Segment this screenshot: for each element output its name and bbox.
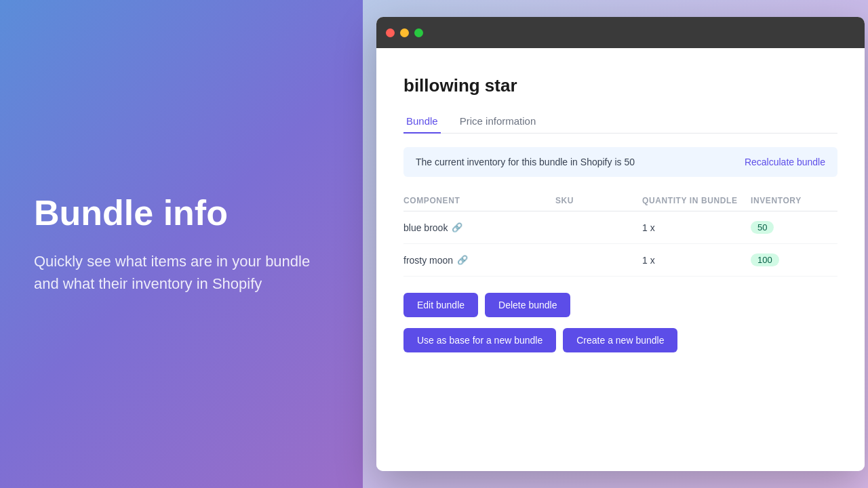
quantity-2: 1 x	[642, 255, 655, 266]
col-header-sku: SKU	[555, 190, 642, 211]
edit-bundle-button[interactable]: Edit bundle	[403, 293, 478, 317]
link-icon-2[interactable]: 🔗	[457, 255, 468, 265]
secondary-buttons-row: Use as base for a new bundle Create a ne…	[403, 328, 837, 352]
browser-window: billowing star Bundle Price information …	[376, 17, 865, 471]
col-header-quantity: QUANTITY IN BUNDLE	[642, 190, 751, 211]
left-panel: Bundle info Quickly see what items are i…	[0, 0, 363, 488]
component-name-1: blue brook 🔗	[403, 222, 555, 233]
page-title: billowing star	[403, 75, 837, 96]
traffic-light-yellow[interactable]	[400, 28, 409, 37]
tab-bundle[interactable]: Bundle	[403, 110, 441, 134]
tab-price-information[interactable]: Price information	[457, 110, 539, 134]
use-as-base-button[interactable]: Use as base for a new bundle	[403, 328, 556, 352]
link-icon-1[interactable]: 🔗	[452, 222, 462, 232]
right-panel: billowing star Bundle Price information …	[363, 0, 868, 488]
bundle-table: COMPONENT SKU QUANTITY IN BUNDLE INVENTO…	[403, 190, 837, 277]
table-row: frosty moon 🔗 1 x 100	[403, 244, 837, 277]
col-header-inventory: INVENTORY	[751, 190, 837, 211]
traffic-light-red[interactable]	[386, 28, 395, 37]
table-row: blue brook 🔗 1 x 50	[403, 211, 837, 244]
quantity-1: 1 x	[642, 222, 655, 233]
delete-bundle-button[interactable]: Delete bundle	[485, 293, 570, 317]
browser-titlebar	[376, 17, 865, 48]
tabs-container: Bundle Price information	[403, 110, 837, 134]
inventory-badge-1: 50	[751, 221, 774, 234]
banner-text: The current inventory for this bundle in…	[416, 157, 635, 167]
left-description: Quickly see what items are in your bundl…	[34, 250, 329, 295]
col-header-component: COMPONENT	[403, 190, 555, 211]
left-title: Bundle info	[34, 193, 329, 234]
sku-1	[555, 211, 642, 244]
browser-content: billowing star Bundle Price information …	[376, 48, 865, 471]
traffic-light-green[interactable]	[414, 28, 423, 37]
sku-2	[555, 244, 642, 277]
component-name-2: frosty moon 🔗	[403, 255, 555, 266]
create-new-bundle-button[interactable]: Create a new bundle	[563, 328, 677, 352]
action-buttons-row: Edit bundle Delete bundle	[403, 293, 837, 317]
recalculate-link[interactable]: Recalculate bundle	[745, 157, 825, 167]
info-banner: The current inventory for this bundle in…	[403, 147, 837, 177]
inventory-badge-2: 100	[751, 253, 779, 266]
